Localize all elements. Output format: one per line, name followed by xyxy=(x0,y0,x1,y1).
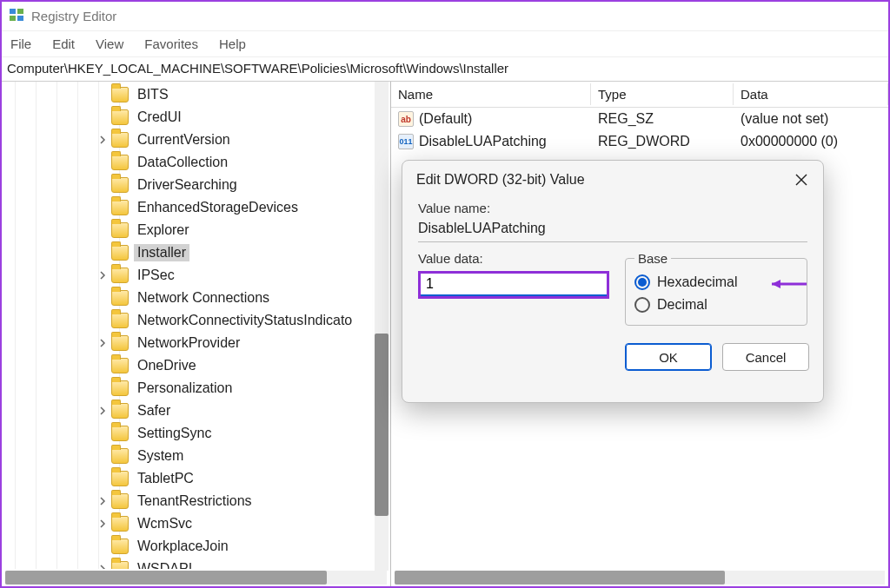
list-hscroll[interactable] xyxy=(395,571,885,585)
value-name: DisableLUAPatching xyxy=(419,134,547,149)
folder-icon xyxy=(111,471,129,486)
col-name[interactable]: Name xyxy=(391,83,591,105)
tree-vscroll[interactable] xyxy=(375,82,389,571)
tree-item[interactable]: Installer xyxy=(2,241,375,264)
svg-rect-0 xyxy=(10,9,16,14)
string-value-icon: ab xyxy=(398,111,414,127)
address-bar[interactable]: Computer\HKEY_LOCAL_MACHINE\SOFTWARE\Pol… xyxy=(2,57,888,82)
registry-tree[interactable]: BITSCredUICurrentVersionDataCollectionDr… xyxy=(2,82,375,569)
col-data[interactable]: Data xyxy=(734,83,888,105)
menu-favorites[interactable]: Favorites xyxy=(144,36,198,51)
tree-pane: BITSCredUICurrentVersionDataCollectionDr… xyxy=(2,82,391,586)
cancel-button[interactable]: Cancel xyxy=(722,343,809,371)
tree-item[interactable]: WcmSvc xyxy=(2,512,375,535)
tree-item-label: SettingSync xyxy=(134,425,215,442)
list-hscroll-thumb[interactable] xyxy=(395,571,725,585)
tree-item-label: CredUI xyxy=(134,109,185,126)
tree-item-label: Explorer xyxy=(134,221,193,239)
value-type: REG_SZ xyxy=(591,109,734,129)
svg-rect-3 xyxy=(17,16,23,21)
window-title: Registry Editor xyxy=(31,9,116,23)
folder-icon xyxy=(111,290,129,306)
folder-icon xyxy=(111,200,129,215)
tree-item-label: OneDrive xyxy=(134,357,200,374)
tree-item[interactable]: IPSec xyxy=(2,264,375,287)
tree-item-label: BITS xyxy=(134,86,172,103)
tree-vscroll-thumb[interactable] xyxy=(375,334,389,516)
folder-icon xyxy=(111,109,129,125)
tree-item-label: Network Connections xyxy=(134,289,273,307)
tree-item[interactable]: NetworkProvider xyxy=(2,332,375,354)
tree-item[interactable]: WorkplaceJoin xyxy=(2,535,375,558)
folder-icon xyxy=(111,448,129,464)
col-type[interactable]: Type xyxy=(591,83,734,105)
tree-item[interactable]: BITS xyxy=(2,83,375,106)
annotation-arrow-icon xyxy=(768,278,808,290)
tree-item-label: WorkplaceJoin xyxy=(134,538,232,555)
folder-icon xyxy=(111,403,129,419)
menubar: File Edit View Favorites Help xyxy=(2,31,888,57)
ok-button[interactable]: OK xyxy=(625,343,712,371)
folder-icon xyxy=(111,516,129,532)
tree-item-label: DataCollection xyxy=(134,154,231,171)
tree-item[interactable]: Personalization xyxy=(2,377,375,400)
folder-icon xyxy=(111,561,129,569)
list-header[interactable]: Name Type Data xyxy=(391,82,888,108)
menu-view[interactable]: View xyxy=(96,36,123,51)
tree-item[interactable]: DataCollection xyxy=(2,151,375,174)
folder-icon xyxy=(111,538,129,554)
tree-item-label: NetworkProvider xyxy=(134,334,243,352)
tree-item[interactable]: SettingSync xyxy=(2,422,375,445)
radio-hex[interactable] xyxy=(634,274,650,290)
folder-icon xyxy=(111,87,129,102)
tree-item[interactable]: DriverSearching xyxy=(2,174,375,196)
tree-item-label: CurrentVersion xyxy=(134,131,234,149)
folder-icon xyxy=(111,132,129,148)
radio-hex-label: Hexadecimal xyxy=(657,274,737,290)
valuedata-input[interactable] xyxy=(421,274,607,296)
base-legend: Base xyxy=(634,251,671,266)
tree-item[interactable]: TenantRestrictions xyxy=(2,490,375,512)
value-type: REG_DWORD xyxy=(591,132,734,151)
radio-dec-row[interactable]: Decimal xyxy=(634,294,798,316)
tree-hscroll-thumb[interactable] xyxy=(5,571,327,585)
menu-edit[interactable]: Edit xyxy=(52,36,75,51)
tree-item[interactable]: CurrentVersion xyxy=(2,129,375,151)
tree-item[interactable]: CredUI xyxy=(2,106,375,129)
dialog-close-button[interactable] xyxy=(788,167,814,193)
tree-item-label: WSDAPI xyxy=(134,560,196,569)
tree-item[interactable]: EnhancedStorageDevices xyxy=(2,196,375,219)
tree-item[interactable]: NetworkConnectivityStatusIndicato xyxy=(2,309,375,332)
tree-item[interactable]: Explorer xyxy=(2,219,375,241)
radio-dec[interactable] xyxy=(634,297,650,313)
folder-icon xyxy=(111,222,129,238)
base-group: Base Hexadecimal Decimal xyxy=(625,251,807,326)
tree-item[interactable]: System xyxy=(2,445,375,467)
tree-item[interactable]: OneDrive xyxy=(2,354,375,377)
menu-help[interactable]: Help xyxy=(219,36,246,51)
radio-dec-label: Decimal xyxy=(657,297,707,313)
close-icon xyxy=(795,174,807,186)
tree-item-label: DriverSearching xyxy=(134,176,241,194)
folder-icon xyxy=(111,493,129,509)
tree-item-label: EnhancedStorageDevices xyxy=(134,199,302,216)
tree-item[interactable]: Safer xyxy=(2,400,375,422)
svg-rect-2 xyxy=(10,16,16,21)
list-row[interactable]: 011DisableLUAPatchingREG_DWORD0x00000000… xyxy=(391,130,888,153)
tree-item[interactable]: TabletPC xyxy=(2,467,375,490)
regedit-window: Registry Editor File Edit View Favorites… xyxy=(0,0,890,588)
value-data: 0x00000000 (0) xyxy=(734,132,888,151)
tree-item[interactable]: Network Connections xyxy=(2,287,375,309)
value-name: (Default) xyxy=(419,111,472,127)
menu-file[interactable]: File xyxy=(10,36,31,51)
tree-item[interactable]: WSDAPI xyxy=(2,558,375,569)
tree-hscroll[interactable] xyxy=(5,571,387,585)
list-row[interactable]: ab(Default)REG_SZ(value not set) xyxy=(391,108,888,130)
regedit-icon xyxy=(9,7,24,25)
svg-rect-1 xyxy=(17,9,23,14)
dword-value-icon: 011 xyxy=(398,134,414,149)
valuedata-highlight xyxy=(418,271,609,299)
dialog-titlebar[interactable]: Edit DWORD (32-bit) Value xyxy=(402,161,823,199)
folder-icon xyxy=(111,335,129,351)
valuename-label: Value name: xyxy=(418,201,807,215)
